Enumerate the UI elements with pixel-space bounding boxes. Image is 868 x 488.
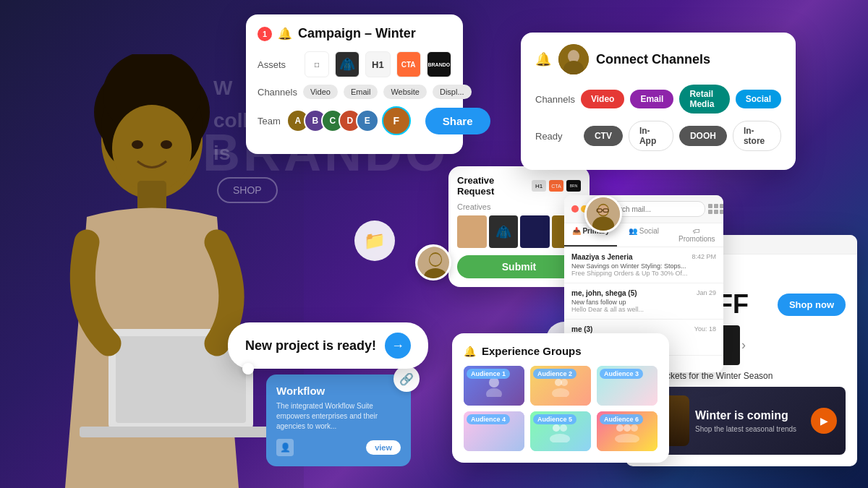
aud3-label: Audience 3 (600, 369, 643, 379)
bell-icon: 🔔 (278, 27, 292, 40)
audience-4[interactable]: Audience 4 (464, 411, 524, 451)
notification-text: New project is ready! (245, 338, 376, 354)
channels-label: Channels (258, 87, 297, 98)
connect-title: Connect Channels (596, 52, 710, 67)
workflow-description: The integrated Workflow Suite empowers e… (276, 401, 401, 432)
winter-sub: Shop the latest seasonal trends (695, 425, 805, 433)
team-row: Team A B C D E F Share (258, 106, 451, 135)
notification-arrow[interactable]: → (385, 333, 411, 359)
ch-social[interactable]: Social (736, 90, 781, 108)
svg-point-7 (132, 140, 143, 149)
ready-row: Ready CTV In-App DOOH In-store (535, 121, 781, 151)
asset-brand: BRANDO (427, 51, 451, 77)
share-button[interactable]: Share (425, 108, 490, 134)
svg-point-31 (430, 254, 441, 265)
ready-dooh[interactable]: DOOH (679, 126, 727, 146)
exp-header: 🔔 Experience Groups (464, 345, 658, 357)
channel-video[interactable]: Video (303, 85, 338, 99)
ready-instore[interactable]: In-store (733, 121, 781, 151)
creatives-label: Creatives (457, 202, 581, 211)
asset-thumb-brand: BRN (566, 180, 581, 192)
folder-circle: 📁 (354, 221, 395, 261)
email-item-1-header: Maaziya s Jeneria 8:42 PM (571, 253, 716, 261)
connect-channels-row: Channels Video Email Retail Media Social (535, 85, 781, 114)
campaign-card: 1 🔔 Campaign – Winter Assets □ 🧥 H1 CTA … (246, 14, 463, 154)
audience-grid: Audience 1 Audience 2 Audience 3 Audienc… (464, 366, 658, 451)
ready-label: Ready (535, 131, 578, 142)
bell-icon-connect: 🔔 (535, 51, 551, 67)
bell-icon-exp: 🔔 (464, 346, 476, 357)
notification-bubble: New project is ready! → (228, 322, 428, 369)
workflow-card: 🔗 Workflow The integrated Workflow Suite… (266, 374, 411, 466)
svg-point-26 (615, 434, 639, 442)
top-right-avatar (584, 195, 622, 233)
channel-display[interactable]: Displ... (433, 85, 472, 99)
audience-3[interactable]: Audience 3 (597, 366, 658, 406)
play-button[interactable]: ▶ (811, 408, 837, 434)
workflow-footer: 👤 view (276, 439, 401, 456)
email-time-1: 8:42 PM (692, 253, 716, 261)
svg-point-18 (561, 379, 568, 386)
email-item-2[interactable]: me, john, shega (5) Jan 29 New fans foll… (564, 283, 723, 320)
email-sender-1: Maaziya s Jeneria (571, 253, 633, 261)
ready-inapp[interactable]: In-App (629, 121, 673, 151)
email-subject-2: New fans follow up (571, 299, 716, 306)
email-preview-1: Free Shipping Orders & Up To 30% Of... (571, 270, 716, 277)
ready-ctv[interactable]: CTV (584, 126, 623, 146)
notification-dot (242, 363, 254, 374)
notification-badge: 1 (258, 27, 272, 41)
assets-label: Assets (258, 59, 299, 70)
channels-row: Channels Video Email Website Displ... (258, 85, 451, 99)
folder-icon: 📁 (364, 231, 386, 251)
submit-button[interactable]: Submit (457, 255, 581, 278)
email-tabs: 📥 Primary 👥 Social 🏷 Promotions (564, 223, 723, 247)
ch-email[interactable]: Email (630, 90, 673, 108)
winter-text: Winter is coming Shop the latest seasona… (695, 408, 805, 433)
shop-now-button[interactable]: Shop now (778, 294, 846, 316)
workflow-link-icon: 🔗 (393, 366, 420, 392)
grid-icon-5 (714, 210, 718, 214)
aud4-label: Audience 4 (467, 414, 510, 424)
tab-social[interactable]: 👥 Social (617, 223, 670, 247)
channel-email[interactable]: Email (344, 85, 378, 99)
audience-1[interactable]: Audience 1 (464, 366, 524, 406)
asset-thumb-cta: CTA (549, 180, 563, 192)
workflow-user-icon: 👤 (276, 439, 294, 456)
asset-white: □ (305, 51, 329, 77)
email-item-1[interactable]: Maaziya s Jeneria 8:42 PM New Savings on… (564, 247, 723, 283)
grid-icon-3 (720, 204, 723, 208)
person-avatar-circle (415, 244, 451, 281)
ch-video[interactable]: Video (581, 90, 624, 108)
ch-retail[interactable]: Retail Media (679, 85, 729, 114)
svg-point-5 (112, 105, 192, 192)
svg-point-16 (486, 388, 502, 397)
svg-point-25 (631, 424, 638, 432)
next-arrow[interactable]: › (741, 325, 746, 365)
audience-5[interactable]: Audience 5 (530, 411, 591, 451)
email-sender-2: me, john, shega (5) (571, 289, 637, 297)
avatar-highlight: F (382, 106, 411, 135)
grid-icon-6 (720, 210, 723, 214)
audience-2[interactable]: Audience 2 (530, 366, 591, 406)
tab-promotions[interactable]: 🏷 Promotions (671, 223, 723, 247)
asset-cta: CTA (396, 51, 421, 77)
close-dot (571, 205, 579, 213)
creative-thumbs: 🧥 (457, 215, 581, 248)
thumb-3 (520, 215, 550, 248)
workflow-view-button[interactable]: view (366, 440, 401, 455)
asset-thumb-h1: H1 (532, 180, 546, 192)
creative-title: Creative Request (457, 175, 532, 197)
grid-icon-4 (708, 210, 712, 214)
layout-icons (708, 204, 723, 214)
asset-jacket: 🧥 (335, 51, 359, 77)
connect-channels-label: Channels (535, 94, 575, 105)
svg-point-21 (560, 424, 567, 432)
email-subject-1: New Savings on Winter Styling: Stops... (571, 262, 716, 270)
grid-icon-1 (708, 204, 712, 208)
workflow-title: Workflow (276, 385, 401, 397)
campaign-header: 1 🔔 Campaign – Winter (258, 26, 451, 41)
assets-row: Assets □ 🧥 H1 CTA BRANDO (258, 51, 451, 77)
audience-6[interactable]: Audience 6 (597, 411, 658, 451)
exp-title: Experience Groups (482, 345, 582, 357)
channel-website[interactable]: Website (383, 85, 427, 99)
